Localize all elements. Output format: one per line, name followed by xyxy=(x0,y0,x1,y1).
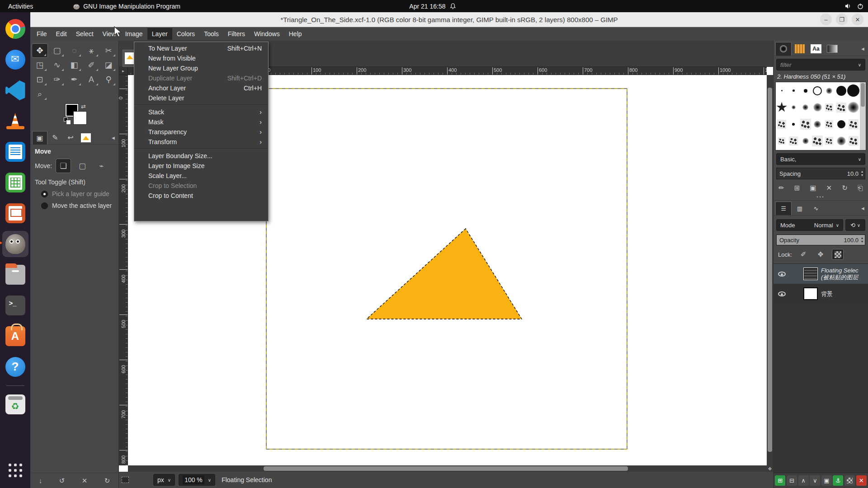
reset-mode-button[interactable]: ⟲ ∨ xyxy=(845,219,865,231)
clock[interactable]: Apr 21 16:58 xyxy=(409,3,456,10)
layer-row-background[interactable]: 背景 xyxy=(774,284,868,304)
tool-move[interactable]: ✥ xyxy=(32,43,48,58)
menu-filters[interactable]: Filters xyxy=(223,28,250,40)
visibility-eye-icon[interactable] xyxy=(778,291,786,296)
visibility-eye-icon[interactable] xyxy=(778,272,786,277)
dock-item-terminal[interactable] xyxy=(2,292,28,319)
brush-thumbnail[interactable] xyxy=(793,89,795,92)
brush-thumbnail[interactable] xyxy=(777,120,786,129)
swap-colors-icon[interactable]: ⇄ xyxy=(81,103,86,110)
dock-item-libreoffice-impress[interactable] xyxy=(2,200,28,226)
tab-channels[interactable]: ▥ xyxy=(792,202,808,215)
brush-thumbnail[interactable] xyxy=(825,103,833,112)
layer-mode-dropdown[interactable]: Mode Normal ∨ xyxy=(776,219,843,231)
background-color-swatch[interactable] xyxy=(74,112,86,124)
dock-item-vscode[interactable] xyxy=(2,77,28,103)
brush-grid-scrollbar[interactable] xyxy=(860,82,866,150)
brush-thumbnail[interactable] xyxy=(847,84,859,97)
close-button[interactable]: ✕ xyxy=(852,14,863,25)
quick-mask-toggle[interactable] xyxy=(122,477,129,483)
vertical-ruler[interactable]: 0100200300400500600700800 xyxy=(119,75,128,465)
lock-alpha-icon[interactable] xyxy=(832,249,844,260)
tab-layers[interactable]: ☰ xyxy=(775,202,792,215)
dock-item-files[interactable] xyxy=(2,262,28,288)
layer-menu-item-to-new-layer[interactable]: To New LayerShift+Ctrl+N xyxy=(134,43,268,53)
open-brush-as-image-icon[interactable]: ⎗ xyxy=(858,184,863,192)
merge-mask-button[interactable] xyxy=(844,475,855,486)
anchor-layer-button[interactable]: ⚓ xyxy=(833,475,843,486)
radio-pick-layer[interactable]: Pick a layer or guide xyxy=(41,190,114,197)
menu-colors[interactable]: Colors xyxy=(172,28,199,40)
layer-menu-item-layer-boundary-size[interactable]: Layer Boundary Size... xyxy=(134,151,268,161)
system-tray[interactable] xyxy=(845,3,863,9)
unit-dropdown[interactable]: px ∨ xyxy=(153,474,175,486)
move-path-mode-button[interactable]: ⌁ xyxy=(94,159,109,173)
tab-gradients[interactable] xyxy=(824,42,840,56)
brush-thumbnail[interactable] xyxy=(836,103,846,113)
dock-item-trash[interactable] xyxy=(2,391,28,418)
brush-spacing-slider[interactable]: Spacing 10.0 ▴▾ xyxy=(776,168,865,179)
brush-thumbnail[interactable] xyxy=(792,105,796,109)
brush-thumbnail[interactable] xyxy=(802,104,808,110)
brush-thumbnail[interactable] xyxy=(849,136,859,146)
brush-thumbnail[interactable] xyxy=(792,123,795,126)
brush-thumbnail[interactable] xyxy=(778,137,785,145)
brush-filter-input[interactable]: filter ∨ xyxy=(776,59,865,70)
delete-brush-icon[interactable]: ✕ xyxy=(826,184,832,192)
layer-menu-item-new-from-visible[interactable]: New from Visible xyxy=(134,53,268,63)
layer-menu-item-scale-layer[interactable]: Scale Layer... xyxy=(134,171,268,181)
dock-item-help[interactable] xyxy=(2,354,28,380)
canvas-menu-button[interactable]: ▸ xyxy=(119,67,128,75)
spinner-icons[interactable]: ▴▾ xyxy=(861,236,863,244)
zoom-dropdown[interactable]: 100 % ∨ xyxy=(179,474,215,486)
tool-paintbrush[interactable]: ✐ xyxy=(83,58,99,72)
horizontal-scrollbar[interactable] xyxy=(128,465,767,472)
focused-app-indicator[interactable]: GNU Image Manipulation Program xyxy=(73,3,180,10)
tool-unified-transform[interactable]: ◳ xyxy=(32,58,48,72)
activities-button[interactable]: Activities xyxy=(0,0,41,12)
delete-layer-button[interactable]: ✕ xyxy=(856,475,867,486)
vertical-scrollbar[interactable] xyxy=(767,75,773,465)
menu-edit[interactable]: Edit xyxy=(52,28,71,40)
brush-thumbnail[interactable] xyxy=(789,136,798,145)
new-layer-group-button[interactable]: ⊟ xyxy=(787,475,797,486)
dock-item-libreoffice-writer[interactable] xyxy=(2,139,28,165)
tool-smudge[interactable]: ✑ xyxy=(49,72,65,87)
tab-undo-history[interactable]: ↩ xyxy=(63,131,78,145)
tool-warp-transform[interactable]: ∿ xyxy=(49,58,65,72)
menu-layer[interactable]: Layer xyxy=(147,28,172,40)
tool-color-picker[interactable]: ⚲ xyxy=(100,72,117,87)
brush-thumbnail[interactable] xyxy=(826,88,832,94)
brush-thumbnail[interactable] xyxy=(814,121,821,128)
menu-tools[interactable]: Tools xyxy=(199,28,223,40)
tab-patterns[interactable] xyxy=(792,42,808,56)
brush-thumbnail[interactable] xyxy=(781,90,783,91)
brush-thumbnail[interactable] xyxy=(825,137,833,145)
move-layer-mode-button[interactable]: ❏ xyxy=(56,159,71,173)
layer-menu-item-stack[interactable]: Stack› xyxy=(134,107,268,117)
default-colors-icon[interactable] xyxy=(64,117,68,122)
radio-move-active-layer[interactable]: Move the active layer xyxy=(41,202,114,209)
tool-eraser[interactable]: ◪ xyxy=(100,58,117,72)
layer-menu-item-new-layer-group[interactable]: New Layer Group xyxy=(134,63,268,73)
tab-paths[interactable]: ∿ xyxy=(808,202,824,215)
tab-tool-options[interactable]: ▣ xyxy=(32,131,47,145)
vertical-scrollbar-thumb[interactable] xyxy=(768,88,772,452)
restore-tool-preset-icon[interactable]: ↺ xyxy=(59,477,65,485)
layer-menu-item-mask[interactable]: Mask› xyxy=(134,117,268,127)
duplicate-brush-icon[interactable]: ▣ xyxy=(810,184,816,192)
tool-zoom[interactable]: ⌕ xyxy=(32,87,48,101)
menu-windows[interactable]: Windows xyxy=(250,28,284,40)
brush-thumbnail[interactable] xyxy=(800,119,811,130)
collapse-arrow-icon[interactable]: ◄ xyxy=(860,46,866,52)
minimize-button[interactable]: – xyxy=(820,14,832,25)
window-titlebar[interactable]: *Triangle_On_The_Side.xcf-1.0 (RGB color… xyxy=(30,12,868,27)
collapse-arrow-icon[interactable]: ◄ xyxy=(860,206,866,211)
menu-select[interactable]: Select xyxy=(71,28,98,40)
tool-bucket-fill[interactable]: ◧ xyxy=(66,58,82,72)
tool-free-select[interactable]: ◌ xyxy=(66,43,82,58)
dock-item-libreoffice-calc[interactable] xyxy=(2,169,28,196)
panel-resize-handle[interactable]: ••• xyxy=(774,195,868,200)
tool-crop[interactable]: ✂ xyxy=(100,43,117,58)
tab-image-thumbnail[interactable] xyxy=(78,131,94,145)
